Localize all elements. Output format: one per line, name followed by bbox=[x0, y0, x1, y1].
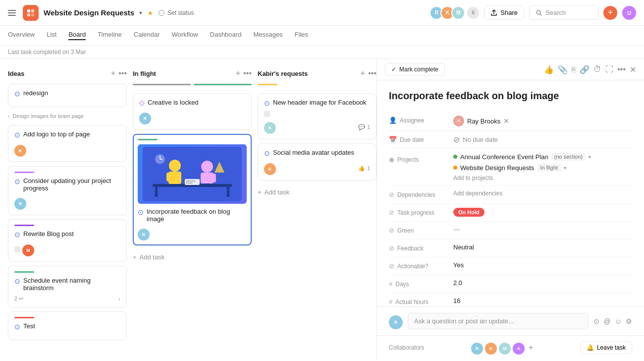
share-button[interactable]: Share bbox=[484, 5, 524, 20]
field-value-actual-hours[interactable]: 16 bbox=[453, 297, 632, 304]
color-bar bbox=[14, 172, 34, 173]
card-consider-updating[interactable]: ⊙ Consider updating your project progres… bbox=[8, 166, 127, 215]
thumbs-up-icon[interactable]: 👍 bbox=[544, 65, 554, 74]
card-rewrite-blog[interactable]: ⊙ Rewrite Blog post M bbox=[8, 219, 127, 262]
card-creative-locked[interactable]: ◇ Creative is locked R bbox=[133, 93, 252, 130]
column-header-kabirs: Kabir's requests + ••• bbox=[258, 67, 376, 80]
card-test[interactable]: ⊙ Test bbox=[8, 311, 127, 340]
field-actual-hours: # Actual hours 16 bbox=[389, 293, 632, 306]
progress-bar-green bbox=[194, 84, 252, 85]
more-icon[interactable]: ••• bbox=[368, 69, 376, 78]
field-label-dependencies: ⊘ Dependencies bbox=[389, 190, 453, 198]
project2-section[interactable]: In flight bbox=[537, 164, 560, 172]
project1-section[interactable]: (no section) bbox=[551, 153, 586, 161]
card-add-logo[interactable]: ⊙ Add logo to top of page K bbox=[8, 125, 127, 162]
add-collaborator-icon[interactable]: + bbox=[529, 343, 533, 352]
project2-row[interactable]: Website Design Requests In flight ▾ bbox=[453, 164, 632, 172]
field-label-feedback: ⊘ Feedback bbox=[389, 243, 453, 252]
card-redesign[interactable]: ⊙ redesign bbox=[8, 84, 127, 107]
field-task-progress: ⊘ Task progress On Hold bbox=[389, 204, 632, 222]
remove-assignee-icon[interactable]: ✕ bbox=[503, 117, 509, 125]
field-assignee: 👤 Assignee R Ray Brooks ✕ bbox=[389, 112, 632, 131]
svg-rect-11 bbox=[166, 173, 170, 181]
close-panel-icon[interactable]: ✕ bbox=[630, 65, 636, 74]
panel-title[interactable]: Incorporate feedback on blog image bbox=[389, 90, 632, 102]
card-new-header[interactable]: ⊙ New header image for Facebook K 💬1 bbox=[258, 93, 376, 139]
card-schedule-event[interactable]: ⊙ Schedule event naming brainstorm 2 ↩ › bbox=[8, 266, 127, 307]
subtitle-bar: Last task completed on 3 Mar bbox=[0, 46, 644, 59]
add-task-button[interactable]: + Add task bbox=[133, 249, 252, 265]
field-value-actionable[interactable]: Yes bbox=[453, 261, 632, 269]
star-icon[interactable]: ★ bbox=[147, 9, 154, 17]
add-card-icon[interactable]: + bbox=[361, 69, 365, 78]
project-dot-green bbox=[453, 155, 457, 159]
field-value-assignee[interactable]: R Ray Brooks ✕ bbox=[453, 116, 632, 126]
project1-row[interactable]: Annual Conference Event Plan (no section… bbox=[453, 153, 632, 161]
svg-rect-17 bbox=[185, 179, 200, 185]
tab-overview[interactable]: Overview bbox=[8, 31, 35, 40]
chevron-down-icon: ▾ bbox=[589, 154, 591, 160]
timer-icon[interactable]: ⏱ bbox=[593, 65, 601, 74]
field-value-dependencies[interactable]: Add dependencies bbox=[453, 190, 632, 197]
comment-input[interactable]: Ask a question or post an update... bbox=[408, 313, 589, 329]
chevron-down-icon[interactable]: ▾ bbox=[139, 9, 142, 16]
section-design-images[interactable]: › Design images for team page bbox=[8, 111, 127, 121]
svg-rect-15 bbox=[212, 174, 216, 182]
user-avatar[interactable]: U bbox=[622, 6, 636, 20]
tab-list[interactable]: List bbox=[47, 31, 56, 40]
feedback-icon: ⊘ bbox=[389, 244, 394, 252]
field-value-feedback[interactable]: Neutral bbox=[453, 243, 632, 251]
app-logo bbox=[23, 5, 39, 21]
card-title: ⊙ Social media avatar updates bbox=[264, 149, 370, 157]
card-title: ⊙ Consider updating your project progres… bbox=[14, 177, 120, 192]
tab-workflow[interactable]: Workflow bbox=[172, 31, 198, 40]
card-title: ⊙ Rewrite Blog post bbox=[14, 230, 120, 239]
add-button[interactable]: + bbox=[603, 6, 617, 20]
more-options-icon[interactable]: ••• bbox=[617, 65, 626, 74]
mark-complete-button[interactable]: ✓ Mark complete bbox=[385, 63, 445, 76]
add-card-icon[interactable]: + bbox=[236, 69, 240, 78]
copy-icon[interactable]: ⎘ bbox=[572, 65, 576, 73]
on-hold-badge[interactable]: On Hold bbox=[453, 208, 484, 217]
leave-task-button[interactable]: 🔔 Leave task bbox=[580, 341, 632, 354]
tab-board[interactable]: Board bbox=[68, 31, 86, 40]
search-bar[interactable]: Search bbox=[529, 5, 598, 20]
card-social-media[interactable]: ⊙ Social media avatar updates K 👍1 bbox=[258, 143, 376, 180]
field-value-task-progress[interactable]: On Hold bbox=[453, 208, 632, 217]
add-card-icon[interactable]: + bbox=[111, 69, 115, 78]
collaborator-avatar: A bbox=[513, 343, 525, 355]
card-incorporate-feedback[interactable]: ⊙ Incorporate feedback on blog image R bbox=[133, 134, 252, 245]
add-to-projects-link[interactable]: Add to projects bbox=[453, 175, 632, 181]
tab-files[interactable]: Files bbox=[295, 31, 308, 40]
tab-calendar[interactable]: Calendar bbox=[134, 31, 160, 40]
actionable-icon: ⊘ bbox=[389, 262, 394, 270]
field-value-green[interactable]: — bbox=[453, 226, 632, 233]
green-icon: ⊘ bbox=[389, 227, 394, 234]
field-value-days[interactable]: 2.0 bbox=[453, 279, 632, 287]
add-task-button-kabirs[interactable]: + Add task bbox=[258, 184, 376, 200]
progress-bar-yellow bbox=[258, 84, 277, 85]
set-status-button[interactable]: Set status bbox=[159, 9, 194, 16]
emoji-icon[interactable]: ☺ bbox=[615, 317, 622, 325]
field-label-actionable: ⊘ Actionable? bbox=[389, 261, 453, 270]
link-icon[interactable]: 🔗 bbox=[580, 65, 590, 74]
tab-dashboard[interactable]: Dashboard bbox=[210, 31, 242, 40]
expand-icon[interactable]: ⛶ bbox=[605, 65, 613, 74]
column-header-ideas: Ideas + ••• bbox=[8, 67, 127, 80]
topbar-right: R K M 6 Share Search + U bbox=[429, 5, 636, 20]
column-inflight: In flight + ••• ◇ Creative is locked R bbox=[133, 67, 252, 352]
hamburger-icon[interactable] bbox=[8, 8, 18, 18]
more-icon[interactable]: ••• bbox=[118, 69, 127, 78]
attachment-icon[interactable]: 📎 bbox=[558, 65, 568, 74]
column-actions-inflight: + ••• bbox=[236, 69, 252, 78]
at-icon[interactable]: @ bbox=[603, 317, 610, 325]
progress-icon: ⊘ bbox=[389, 209, 394, 216]
field-value-due-date[interactable]: ⊘ No due date bbox=[453, 135, 632, 144]
record-icon[interactable]: ⊙ bbox=[593, 317, 599, 325]
field-label-days: # Days bbox=[389, 279, 453, 288]
more-icon[interactable]: ••• bbox=[243, 69, 252, 78]
format-icon[interactable]: ⚙ bbox=[626, 317, 632, 325]
tab-timeline[interactable]: Timeline bbox=[98, 31, 122, 40]
tab-messages[interactable]: Messages bbox=[253, 31, 282, 40]
hash-icon: # bbox=[389, 280, 392, 288]
